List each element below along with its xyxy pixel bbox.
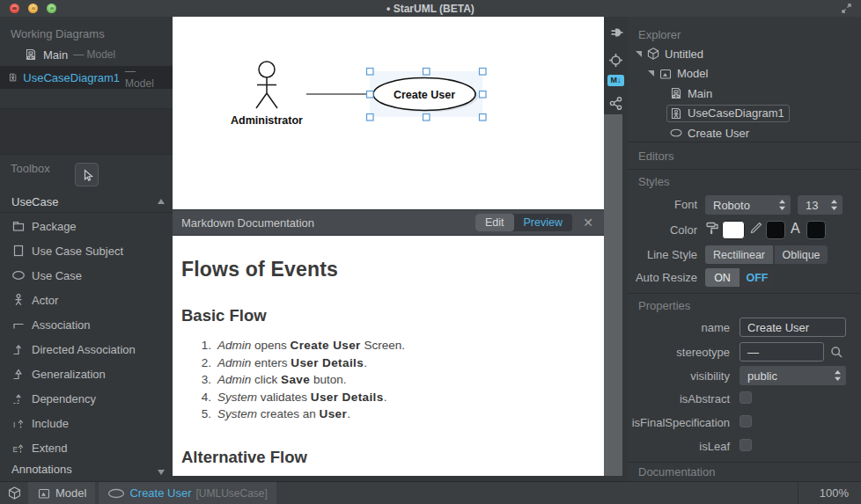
search-icon[interactable] <box>830 346 843 359</box>
font-family-select[interactable]: Roboto <box>705 195 791 215</box>
tree-expand-icon[interactable] <box>648 70 654 77</box>
tool-association[interactable]: Association <box>0 312 173 337</box>
tree-item-untitled[interactable]: Untitled <box>628 44 861 64</box>
tool-use-case[interactable]: Use Case <box>0 263 173 288</box>
subject-rect-icon <box>11 244 26 258</box>
is-abstract-checkbox[interactable] <box>740 391 752 404</box>
association-icon <box>11 318 26 332</box>
is-leaf-checkbox[interactable] <box>740 439 752 451</box>
diagram-canvas[interactable]: Administrator Create User <box>173 17 604 209</box>
list-number: 2. <box>181 354 211 372</box>
svg-text:E: E <box>12 445 18 454</box>
list-item: 2. Admin enters User Details. <box>181 354 604 372</box>
font-size-select[interactable]: 13 <box>798 195 843 215</box>
tool-package[interactable]: Package <box>0 214 173 238</box>
working-diagram-main[interactable]: Main — Model <box>0 43 173 66</box>
documentation-header[interactable]: Documentation <box>628 462 861 481</box>
md-heading-basic-flow: Basic Flow <box>181 305 604 325</box>
focus-target-button[interactable] <box>604 53 628 68</box>
tool-label: Package <box>32 220 77 233</box>
tool-directed-association[interactable]: Directed Association <box>0 337 173 362</box>
edit-preview-toggle: Edit Preview <box>475 214 572 231</box>
tool-use-case-subject[interactable]: Use Case Subject <box>0 238 173 263</box>
md-italic: Admin <box>217 373 251 386</box>
zoom-level[interactable]: 100% <box>798 482 861 504</box>
name-value: Create User <box>747 321 809 334</box>
tool-generalization[interactable]: Generalization <box>0 362 173 386</box>
project-indicator[interactable] <box>0 486 28 500</box>
list-item: 4. System validates User Details. <box>181 389 604 406</box>
markdown-extension-button[interactable]: M↓ <box>604 75 628 86</box>
updown-arrows-icon <box>778 199 786 211</box>
toolbox-section-annotations[interactable]: Annotations <box>0 461 173 480</box>
line-color-swatch[interactable] <box>766 221 785 239</box>
model-icon <box>659 67 673 81</box>
breadcrumb-model[interactable]: Model <box>28 482 95 504</box>
auto-resize-on-button[interactable]: ON <box>705 268 740 287</box>
md-text: opens <box>251 339 290 352</box>
svg-text:I: I <box>13 420 15 429</box>
tree-label: Model <box>677 67 708 80</box>
updown-arrows-icon <box>830 199 838 211</box>
tool-label: Include <box>32 417 69 430</box>
auto-resize-off-button[interactable]: OFF <box>740 268 775 287</box>
line-style-oblique-button[interactable]: Oblique <box>775 245 828 264</box>
usecase-diagram-icon <box>669 106 683 121</box>
package-icon <box>11 219 26 233</box>
font-color-letter-icon[interactable]: A <box>791 221 800 237</box>
working-diagram-usecasediagram1[interactable]: UseCaseDiagram1 — Model <box>0 66 173 89</box>
select-tool-button[interactable] <box>75 163 99 186</box>
fill-color-roller-icon[interactable] <box>705 221 720 236</box>
extensions-button[interactable] <box>604 26 628 40</box>
stereotype-input[interactable]: — <box>740 342 824 362</box>
zoom-window-button[interactable] <box>47 4 56 13</box>
fill-color-swatch[interactable] <box>722 221 745 239</box>
right-panel: Explorer Untitled Model Main <box>628 17 861 481</box>
minimize-window-button[interactable] <box>28 4 38 13</box>
editors-header[interactable]: Editors <box>628 142 861 170</box>
toolbox-section-usecase[interactable]: UseCase <box>0 191 173 213</box>
line-color-pencil-icon[interactable] <box>750 222 762 234</box>
is-final-specification-checkbox[interactable] <box>740 415 752 427</box>
tree-label: UseCaseDiagram1 <box>688 106 784 120</box>
visibility-select[interactable]: public <box>740 366 846 385</box>
generalization-icon <box>11 367 26 381</box>
line-style-label: Line Style <box>647 248 697 261</box>
close-window-button[interactable] <box>10 4 19 13</box>
share-button[interactable] <box>604 96 628 111</box>
toolbox-tools: Package Use Case Subject Use Case Actor <box>0 214 173 460</box>
tree-item-model[interactable]: Model <box>628 64 861 84</box>
tool-extend[interactable]: E Extend <box>0 435 173 460</box>
expand-icon <box>158 470 165 475</box>
diagram-icon <box>669 86 683 100</box>
tree-item-create-user[interactable]: Create User <box>628 123 861 142</box>
md-bold: User Details <box>311 391 384 404</box>
project-cube-icon <box>646 47 660 61</box>
name-input[interactable]: Create User <box>740 318 846 337</box>
line-style-rectilinear-button[interactable]: Rectilinear <box>705 245 774 264</box>
color-label: Color <box>670 223 697 237</box>
tool-label: Extend <box>32 442 67 455</box>
tree-label: Untitled <box>665 47 703 61</box>
scrollbar-thumb[interactable] <box>604 114 622 476</box>
tree-item-main[interactable]: Main <box>628 84 861 104</box>
md-text: . <box>384 391 387 404</box>
tool-include[interactable]: I Include <box>0 411 173 435</box>
preview-button[interactable]: Preview <box>514 214 572 231</box>
font-color-swatch[interactable] <box>806 221 826 239</box>
tool-actor[interactable]: Actor <box>0 288 173 312</box>
usecase-ellipse-icon <box>11 268 26 282</box>
tree-item-usecasediagram1[interactable]: UseCaseDiagram1 <box>628 104 861 124</box>
tool-dependency[interactable]: Dependency <box>0 386 173 411</box>
actor-administrator[interactable] <box>256 62 277 108</box>
fullscreen-icon[interactable] <box>841 3 852 14</box>
markdown-preview-content[interactable]: Flows of Events Basic Flow 1. Admin open… <box>173 236 604 474</box>
usecase-label: Create User <box>394 89 455 101</box>
diagram-suffix: — Model <box>73 48 115 61</box>
close-icon[interactable]: ✕ <box>581 215 595 230</box>
visibility-label: visibility <box>690 369 730 383</box>
styles-header: Styles <box>628 170 861 188</box>
tree-expand-icon[interactable] <box>636 51 642 57</box>
edit-button[interactable]: Edit <box>475 214 514 231</box>
breadcrumb-element[interactable]: Create User [UMLUseCase] <box>99 482 276 504</box>
